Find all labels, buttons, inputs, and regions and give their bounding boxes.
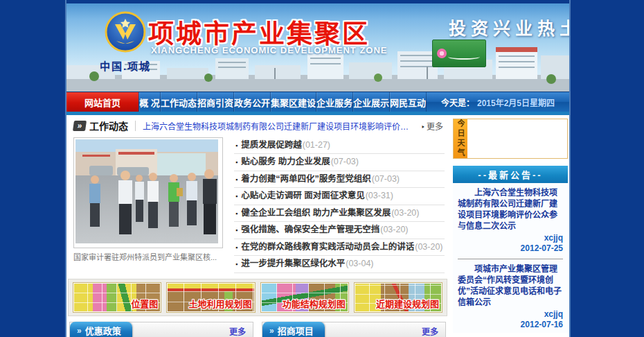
officials-visit-photo — [75, 139, 218, 243]
site-banner: 中国.项城 项城市产业集聚区 XIANGCHENG ECONOMIC DEVEL… — [66, 3, 569, 92]
work-news-more-link[interactable]: ‣更多 — [421, 120, 443, 132]
panel-header-bar: »优惠政策 更多 — [69, 322, 253, 337]
nav-item-work-news[interactable]: 工作动态 — [160, 92, 197, 112]
announcement-link[interactable]: 上海六合堂生物科技项城制药有限公司迁建新厂建设项目环境影响评价公众参与信息二次公… — [458, 187, 563, 232]
date-value: 2015年2月5日星期四 — [477, 96, 555, 108]
date-label: 今天是： — [441, 96, 474, 108]
announcement-meta: xcjjq 2012-07-25 — [458, 233, 563, 254]
square-bullet-icon: ▪ — [235, 176, 238, 183]
page-container: 中国.项城 项城市产业集聚区 XIANGCHENG ECONOMIC DEVEL… — [65, 0, 571, 337]
planning-maps-row: 位置图 土地利用规划图 功能结构规划图 近期建设规划图 — [68, 279, 447, 316]
tab-investment-projects[interactable]: »招商项目 — [262, 322, 325, 337]
news-list-item[interactable]: ▪进一步提升集聚区绿化水平(03-04) — [234, 256, 445, 273]
left-column: » 工作动态 上海六合堂生物科技项城制药有限公司迁建新厂建设项目环境影响评价公众… — [68, 117, 447, 337]
square-bullet-icon: ▪ — [235, 261, 238, 268]
main-navigation: 网站首页 概 况 工作动态 招商引资 政务公开 集聚区建设 企业服务 企业展示 … — [66, 92, 569, 112]
map-label: 位置图 — [131, 297, 158, 310]
bottom-panels-row: »优惠政策 更多 »招商项目 更多 — [68, 322, 447, 337]
square-bullet-icon: ▪ — [235, 142, 238, 149]
announcement-author: xcjjq — [458, 233, 563, 243]
announcement-author: xcjjq — [458, 309, 563, 320]
lotus-flower-icon — [437, 49, 447, 58]
nav-item-overview[interactable]: 概 况 — [138, 92, 160, 112]
nav-item-interaction[interactable]: 网民互动 — [389, 92, 426, 112]
news-photo[interactable] — [73, 137, 223, 248]
map-location[interactable]: 位置图 — [73, 282, 161, 313]
headline-ticker-link[interactable]: 上海六合堂生物科技项城制药有限公司迁建新厂建设项目环境影响评价公众参与信息一次公… — [143, 120, 414, 132]
right-sidebar: 今日天气 --最新公告-- 上海六合堂生物科技项城制药有限公司迁建新厂建设项目环… — [453, 117, 568, 337]
nav-item-enterprise-service[interactable]: 企业服务 — [316, 92, 352, 112]
news-list: ▪提质发展促跨越(01-27) ▪贴心服务 助力企业发展(07-03) ▪着力创… — [234, 137, 445, 273]
map-land-use[interactable]: 土地利用规划图 — [166, 282, 255, 313]
announcements-header[interactable]: --最新公告-- — [453, 166, 568, 183]
announcement-date: 2012-07-25 — [458, 243, 563, 254]
nav-item-enterprise-show[interactable]: 企业展示 — [352, 92, 389, 112]
map-label: 功能结构规划图 — [283, 297, 346, 310]
work-news-body: 国家审计署驻郑州特派员到产业集聚区核... ▪提质发展促跨越(01-27) ▪贴… — [68, 133, 447, 273]
preferential-policy-panel: »优惠政策 更多 — [69, 322, 253, 337]
divider — [458, 259, 563, 259]
square-bullet-icon: ▪ — [235, 244, 238, 251]
nav-item-home[interactable]: 网站首页 — [66, 92, 138, 112]
photo-caption: 国家审计署驻郑州特派员到产业集聚区核... — [73, 251, 227, 262]
banner-slogan: 投资兴业热土 — [449, 15, 569, 40]
square-bullet-icon: ▪ — [235, 210, 238, 217]
news-list-item[interactable]: ▪强化措施、确保安全生产管理无空挡(03-20) — [234, 222, 445, 239]
investment-projects-panel: »招商项目 更多 — [262, 322, 446, 337]
news-list-item[interactable]: ▪贴心服务 助力企业发展(07-03) — [234, 154, 445, 171]
announcements-body: 上海六合堂生物科技项城制药有限公司迁建新厂建设项目环境影响评价公众参与信息二次公… — [453, 183, 568, 333]
weather-widget: 今日天气 — [453, 119, 568, 159]
news-list-item[interactable]: ▪心贴心走访调研 面对面征求意见(03-31) — [234, 188, 445, 205]
announcement-date: 2012-07-16 — [458, 320, 563, 330]
news-list-item[interactable]: ▪在党的群众路线教育实践活动动员会上的讲话(03-20) — [234, 239, 445, 257]
nav-item-zone-construction[interactable]: 集聚区建设 — [270, 92, 316, 112]
news-list-item[interactable]: ▪健全企业工会组织 助力产业集聚区发展(03-20) — [234, 205, 445, 223]
weather-content — [467, 119, 567, 158]
square-bullet-icon: ▪ — [235, 159, 238, 166]
double-chevron-icon: » — [73, 121, 87, 131]
map-recent-construction[interactable]: 近期建设规划图 — [354, 282, 442, 313]
weather-title: 今日天气 — [454, 119, 467, 158]
nav-item-investment[interactable]: 招商引资 — [197, 92, 233, 112]
panel-header-bar: »招商项目 更多 — [262, 322, 446, 337]
map-label: 近期建设规划图 — [376, 297, 439, 310]
announcement-link[interactable]: 项城市产业集聚区管理委员会“作风转变暨环境创优”活动征求意见电话和电子信箱公示 — [458, 263, 563, 308]
investment-projects-more-link[interactable]: 更多 — [422, 325, 438, 337]
current-date: 今天是： 2015年2月5日星期四 — [426, 92, 569, 112]
map-function-structure[interactable]: 功能结构规划图 — [260, 282, 349, 313]
map-label: 土地利用规划图 — [188, 297, 251, 310]
preferential-policy-more-link[interactable]: 更多 — [229, 325, 246, 337]
square-bullet-icon: ▪ — [235, 193, 238, 200]
news-list-item[interactable]: ▪提质发展促跨越(01-27) — [234, 137, 445, 155]
news-photo-column: 国家审计署驻郑州特派员到产业集聚区核... — [73, 137, 227, 273]
zone-logo-icon — [104, 10, 147, 53]
chevron-right-icon: » — [269, 326, 274, 336]
divider — [135, 121, 136, 131]
square-bullet-icon: ▪ — [235, 227, 238, 234]
nav-item-gov-affairs[interactable]: 政务公开 — [233, 92, 270, 112]
bullet-arrow-icon: ‣ — [421, 123, 425, 131]
announcements-panel: --最新公告-- 上海六合堂生物科技项城制药有限公司迁建新厂建设项目环境影响评价… — [453, 166, 568, 333]
main-content: » 工作动态 上海六合堂生物科技项城制药有限公司迁建新厂建设项目环境影响评价公众… — [66, 115, 569, 337]
work-news-section-header: » 工作动态 上海六合堂生物科技项城制药有限公司迁建新厂建设项目环境影响评价公众… — [68, 117, 447, 133]
billboard-image — [432, 40, 486, 67]
chevron-right-icon: » — [77, 326, 82, 336]
news-list-item[interactable]: ▪着力创建“两单四化”服务型党组织(07-03) — [234, 171, 445, 189]
announcement-meta: xcjjq 2012-07-16 — [458, 309, 563, 330]
site-subtitle: XIANGCHENG ECONOMIC DEVELOPMENT ZONE — [151, 45, 388, 55]
logo-caption: 中国.项城 — [80, 58, 170, 73]
billboard-decoration — [448, 54, 480, 60]
tab-preferential-policy[interactable]: »优惠政策 — [70, 322, 132, 337]
work-news-title: 工作动态 — [89, 119, 128, 132]
